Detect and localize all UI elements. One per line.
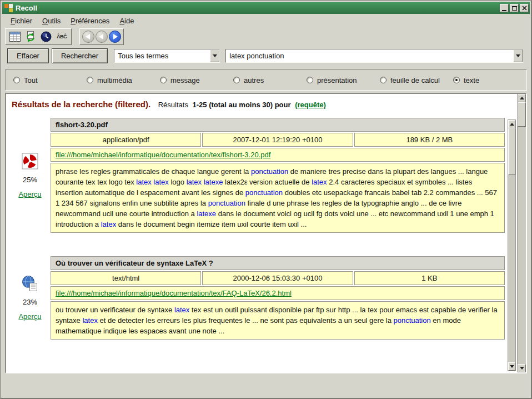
clear-button[interactable]: Effacer: [7, 48, 49, 63]
results-area: Résultats de la recherche (filtered). Ré…: [5, 93, 527, 373]
maximize-button[interactable]: [510, 4, 519, 12]
scrollbar-track[interactable]: [518, 127, 526, 364]
result-abstract: phrase les regles grammaticales de chaqu…: [51, 163, 505, 233]
result-table: Où trouver un vérificateur de syntaxe La…: [51, 256, 505, 340]
search-mode-value: Tous les termes: [114, 49, 210, 62]
result-date: 2000-12-06 15:03:30 +0100: [202, 271, 353, 285]
minimize-icon: [502, 10, 506, 11]
result-url-cell: file:///home/michael/informatique/docume…: [51, 286, 505, 300]
results-count: 1-25 (total au moins 30) pour: [193, 101, 291, 109]
search-bar: Effacer Rechercher Tous les termes latex…: [7, 48, 523, 63]
arrow-down-icon: [510, 365, 514, 368]
radio-icon: [307, 77, 313, 83]
query-link[interactable]: (requête): [295, 101, 326, 109]
toolbar-group-main: ÂBĈ: [5, 28, 72, 45]
scroll-down-button[interactable]: [508, 362, 515, 371]
result-gutter: 23% Aperçu: [9, 256, 51, 340]
results-header: Résultats de la recherche (filtered). Ré…: [12, 99, 505, 109]
radio-icon: [87, 77, 93, 83]
filter-tout[interactable]: Tout: [13, 76, 87, 84]
menu-outils[interactable]: Outils: [38, 16, 66, 27]
radio-icon: [13, 77, 20, 83]
result-mime: application/pdf: [51, 133, 201, 147]
search-button[interactable]: Rechercher: [52, 48, 108, 63]
preview-link[interactable]: Aperçu: [18, 190, 41, 198]
document-refresh-icon: [25, 31, 36, 42]
result-url-cell: file:///home/michael/informatique/docume…: [51, 148, 505, 162]
result-url-link[interactable]: file:///home/michael/informatique/docume…: [56, 151, 270, 159]
sort-by-date-button[interactable]: [39, 30, 53, 43]
preview-link[interactable]: Aperçu: [18, 312, 41, 321]
arrow-left-icon: [99, 34, 103, 39]
category-filter-panel: Tout multimédia message autres présentat…: [5, 69, 527, 91]
arrow-right-icon: [113, 34, 118, 39]
list-scrollbar[interactable]: [508, 119, 516, 371]
update-index-button[interactable]: [23, 30, 38, 43]
filter-feuille-de-calcul[interactable]: feuille de calcul: [380, 76, 453, 84]
scroll-down-button[interactable]: [518, 364, 526, 372]
filter-texte[interactable]: texte: [453, 76, 479, 84]
results-scrollbar[interactable]: [517, 94, 526, 372]
html-icon: [22, 275, 38, 292]
relevance-percent: 25%: [23, 176, 37, 184]
result-table: flshort-3.20.pdf application/pdf 2007-12…: [51, 118, 505, 233]
window-controls: [500, 4, 529, 12]
term-explorer-button[interactable]: ÂBĈ: [54, 30, 69, 43]
chevron-down-icon: [516, 54, 520, 57]
query-input[interactable]: latex ponctuation: [225, 49, 523, 63]
result-size: 189 KB / 2 MB: [354, 133, 505, 147]
relevance-percent: 23%: [23, 298, 37, 306]
scrollbar-track[interactable]: [508, 175, 515, 362]
first-page-button[interactable]: [82, 31, 94, 43]
chevron-down-icon: [213, 54, 217, 57]
next-page-button[interactable]: [109, 31, 121, 43]
results-title: Résultats de la recherche (filtered).: [12, 99, 150, 109]
result-size: 1 KB: [354, 271, 505, 285]
scrollbar-thumb[interactable]: [508, 128, 515, 175]
filter-autres[interactable]: autres: [233, 76, 307, 84]
radio-icon: [160, 77, 167, 83]
arrow-down-icon: [520, 367, 524, 370]
search-mode-dropdown-button[interactable]: [210, 49, 219, 62]
toolbar-group-navigation: [79, 28, 124, 45]
menu-preferences[interactable]: Préférences: [66, 16, 115, 27]
close-button[interactable]: [520, 4, 529, 12]
previous-page-button[interactable]: [96, 31, 108, 43]
window-title: Recoll: [16, 4, 497, 12]
result-url-link[interactable]: file:///home/michael/informatique/docume…: [56, 289, 292, 297]
minimize-button[interactable]: [500, 4, 509, 12]
result-entry: 23% Aperçu Où trouver un vérificateur de…: [9, 256, 505, 340]
filter-presentation[interactable]: présentation: [307, 76, 380, 84]
query-value: latex ponctuation: [226, 49, 513, 62]
radio-icon: [233, 77, 240, 83]
results-list: Résultats de la recherche (filtered). Ré…: [6, 94, 517, 372]
toolbar: ÂBĈ: [5, 28, 124, 45]
result-title: Où trouver un vérificateur de syntaxe La…: [51, 256, 505, 270]
maximize-icon: [512, 6, 517, 11]
spellcheck-icon: ÂBĈ: [57, 34, 67, 39]
scroll-up-button[interactable]: [508, 120, 515, 128]
close-icon: [522, 6, 527, 11]
search-mode-select[interactable]: Tous les termes: [114, 49, 220, 63]
menu-bar: Fichier Outils Préférences Aide: [3, 15, 529, 27]
radio-icon: [380, 77, 387, 83]
filter-multimedia[interactable]: multimédia: [87, 76, 160, 84]
clock-icon: [41, 31, 52, 42]
result-date: 2007-12-01 12:19:20 +0100: [202, 133, 353, 147]
scroll-up-button[interactable]: [518, 94, 526, 102]
query-history-dropdown-button[interactable]: [513, 49, 523, 62]
results-table-button[interactable]: [8, 30, 22, 43]
menu-fichier[interactable]: Fichier: [6, 16, 38, 27]
menu-aide[interactable]: Aide: [115, 16, 139, 27]
result-entry: 25% Aperçu flshort-3.20.pdf application/…: [9, 118, 505, 233]
title-bar[interactable]: Recoll: [2, 2, 530, 14]
result-abstract: ou trouver un verificateur de syntaxe la…: [51, 301, 505, 340]
arrow-up-icon: [510, 123, 514, 126]
recoll-window: Recoll Fichier Outils Préférences Aide: [0, 0, 532, 399]
scrollbar-thumb[interactable]: [518, 102, 526, 127]
results-summary: Résultats: [158, 101, 188, 109]
filter-message[interactable]: message: [160, 76, 233, 84]
result-title: flshort-3.20.pdf: [51, 118, 505, 132]
pdf-icon: [22, 153, 38, 169]
recoll-app-icon[interactable]: [4, 4, 13, 12]
